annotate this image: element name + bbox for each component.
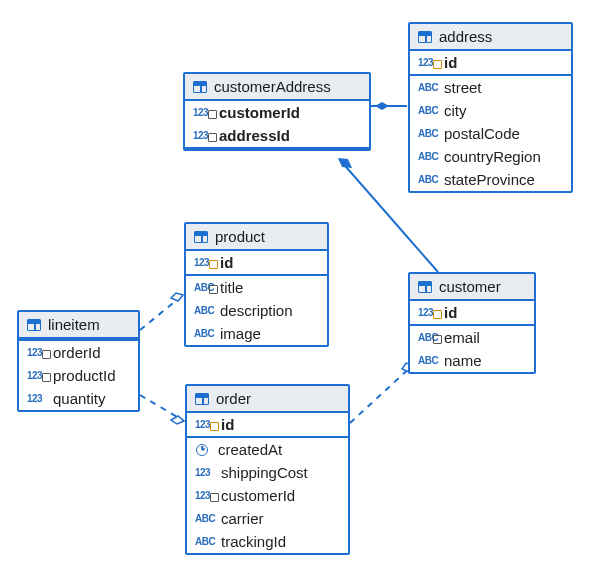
type-int-pk-icon: 123 (194, 257, 216, 268)
type-int-pk-icon: 123 (195, 419, 217, 430)
entity-customer[interactable]: customer 123id ABCemail ABCname (408, 272, 536, 374)
field-row: 123customerId (187, 484, 348, 507)
entity-title: customer (439, 278, 501, 295)
field-name: stateProvince (444, 171, 535, 188)
type-datetime-icon (196, 444, 208, 456)
field-name: street (444, 79, 482, 96)
field-row: 123id (187, 413, 348, 436)
svg-marker-7 (171, 293, 183, 301)
field-row: ABCdescription (186, 299, 327, 322)
entity-header[interactable]: customerAddress (185, 74, 369, 101)
entity-header[interactable]: product (186, 224, 327, 251)
type-int-fk-icon: 123 (27, 370, 49, 381)
field-name: id (444, 304, 457, 321)
entity-title: lineitem (48, 316, 100, 333)
type-int-icon: 123 (195, 467, 217, 478)
entity-order[interactable]: order 123id createdAt 123shippingCost 12… (185, 384, 350, 555)
field-row: ABCname (410, 349, 534, 372)
type-text-icon: ABC (418, 174, 440, 185)
entity-header[interactable]: customer (410, 274, 534, 301)
field-row: 123orderId (19, 341, 138, 364)
field-name: customerId (221, 487, 295, 504)
field-name: productId (53, 367, 116, 384)
type-int-pk-icon: 123 (418, 57, 440, 68)
svg-marker-3 (338, 158, 352, 168)
field-row: ABCimage (186, 322, 327, 345)
field-row: ABCstreet (410, 76, 571, 99)
type-text-icon: ABC (195, 536, 217, 547)
field-row: ABCpostalCode (410, 122, 571, 145)
type-text-icon: ABC (194, 305, 216, 316)
entity-header[interactable]: order (187, 386, 348, 413)
svg-marker-9 (171, 416, 184, 424)
field-row: 123quantity (19, 387, 138, 410)
svg-line-4 (350, 365, 413, 423)
field-row: 123customerId (185, 101, 369, 124)
field-row: 123shippingCost (187, 461, 348, 484)
entity-header[interactable]: lineitem (19, 312, 138, 339)
field-name: id (444, 54, 457, 71)
field-row: 123productId (19, 364, 138, 387)
field-name: addressId (219, 127, 290, 144)
field-name: image (220, 325, 261, 342)
type-int-fk-icon: 123 (27, 347, 49, 358)
table-icon (193, 81, 207, 93)
field-name: trackingId (221, 533, 286, 550)
table-icon (418, 281, 432, 293)
entity-title: order (216, 390, 251, 407)
field-name: carrier (221, 510, 264, 527)
field-row: 123id (410, 301, 534, 324)
field-name: id (220, 254, 233, 271)
field-row: ABCtrackingId (187, 530, 348, 553)
table-icon (194, 231, 208, 243)
entity-title: customerAddress (214, 78, 331, 95)
type-text-icon: ABC (418, 82, 440, 93)
type-text-icon: ABC (418, 128, 440, 139)
field-name: city (444, 102, 467, 119)
entity-title: product (215, 228, 265, 245)
field-name: shippingCost (221, 464, 308, 481)
entity-address[interactable]: address 123 id ABCstreet ABCcity ABCpost… (408, 22, 573, 193)
field-row: 123addressId (185, 124, 369, 147)
field-row: ABCcarrier (187, 507, 348, 530)
svg-line-6 (140, 295, 183, 330)
field-row: ABCstateProvince (410, 168, 571, 191)
field-name: email (444, 329, 480, 346)
entity-header[interactable]: address (410, 24, 571, 51)
table-icon (195, 393, 209, 405)
field-name: postalCode (444, 125, 520, 142)
type-int-icon: 123 (27, 393, 49, 404)
field-name: createdAt (218, 441, 282, 458)
table-icon (418, 31, 432, 43)
type-text-icon: ABC (194, 328, 216, 339)
field-row: ABCcity (410, 99, 571, 122)
type-text-icon: ABC (418, 355, 440, 366)
entity-lineitem[interactable]: lineitem 123orderId 123productId 123quan… (17, 310, 140, 412)
field-name: quantity (53, 390, 106, 407)
svg-marker-1 (375, 102, 389, 110)
field-name: name (444, 352, 482, 369)
type-int-fk-icon: 123 (193, 107, 215, 118)
entity-title: address (439, 28, 492, 45)
field-name: title (220, 279, 243, 296)
field-row: ABCcountryRegion (410, 145, 571, 168)
field-name: countryRegion (444, 148, 541, 165)
type-int-pk-icon: 123 (418, 307, 440, 318)
field-name: customerId (219, 104, 300, 121)
svg-line-8 (140, 395, 184, 421)
type-text-fk-icon: ABC (418, 332, 440, 343)
field-row: ABCemail (410, 326, 534, 349)
entity-product[interactable]: product 123id ABCtitle ABCdescription AB… (184, 222, 329, 347)
entity-customer-address[interactable]: customerAddress 123customerId 123address… (183, 72, 371, 151)
type-text-icon: ABC (418, 105, 440, 116)
type-int-fk-icon: 123 (193, 130, 215, 141)
type-text-fk-icon: ABC (194, 282, 216, 293)
field-name: orderId (53, 344, 101, 361)
field-name: id (221, 416, 234, 433)
field-row: ABCtitle (186, 276, 327, 299)
type-int-fk-icon: 123 (195, 490, 217, 501)
table-icon (27, 319, 41, 331)
type-text-icon: ABC (195, 513, 217, 524)
field-row: 123 id (410, 51, 571, 74)
field-row: 123id (186, 251, 327, 274)
